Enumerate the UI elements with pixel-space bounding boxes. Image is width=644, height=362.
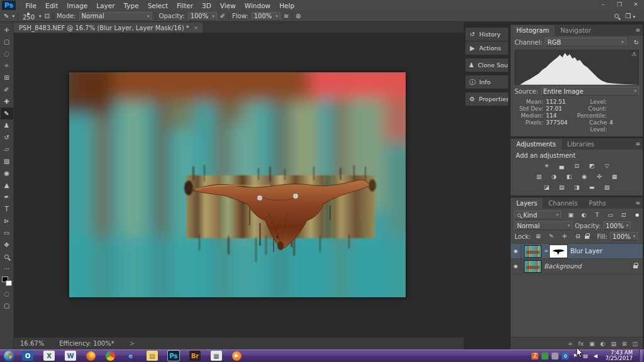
menu-select[interactable]: Select bbox=[143, 2, 172, 9]
tab-layers-layers[interactable]: Layers bbox=[511, 198, 543, 209]
marquee-tool[interactable]: ▢ bbox=[1, 36, 13, 48]
taskbar-outlook[interactable]: O bbox=[22, 351, 33, 361]
tab-hist-navigator[interactable]: Navigator bbox=[555, 25, 597, 36]
brush-picker-arrow-icon[interactable]: ▾ bbox=[39, 14, 42, 19]
workspace-switcher[interactable]: ❐ ▾ bbox=[625, 13, 635, 19]
speaker-icon[interactable]: ◀ bbox=[592, 353, 599, 359]
layers-opacity-select[interactable]: 100%▾ bbox=[603, 221, 631, 230]
menu-edit[interactable]: Edit bbox=[41, 2, 62, 9]
fill-select[interactable]: 100%▾ bbox=[610, 232, 638, 241]
panel-menu-icon[interactable]: ≡ bbox=[635, 200, 640, 206]
new-adjustment-layer-icon[interactable]: ◐ bbox=[601, 341, 606, 347]
pressure-opacity-icon[interactable]: ✐ bbox=[220, 13, 225, 19]
filter-smart-objects-icon[interactable]: ⊡ bbox=[619, 211, 628, 219]
taskbar-firefox[interactable] bbox=[86, 351, 96, 361]
flow-select[interactable]: 100%▾ bbox=[252, 12, 280, 21]
add-layer-mask-icon[interactable]: ▣ bbox=[589, 341, 595, 347]
adjustment-hue-saturation-icon[interactable]: ▥ bbox=[535, 172, 544, 180]
panel-menu-icon[interactable]: ≡ bbox=[635, 141, 640, 147]
history-brush-tool[interactable]: ↺ bbox=[1, 131, 13, 143]
background-color-swatch[interactable] bbox=[6, 280, 12, 286]
adjustment-curves-icon[interactable]: ⊡ bbox=[572, 162, 582, 170]
quick-selection-tool[interactable]: ✧ bbox=[1, 60, 13, 72]
close-button[interactable]: ✕ bbox=[628, 0, 644, 10]
brush-tool[interactable]: ✎ bbox=[1, 107, 13, 119]
collapsed-panel-history[interactable]: ↺History bbox=[465, 28, 508, 41]
menu-view[interactable]: View bbox=[216, 2, 240, 9]
collapsed-panel-clone-source[interactable]: ♟Clone Sour... bbox=[465, 58, 508, 72]
eyedropper-tool[interactable]: ✐ bbox=[1, 84, 13, 96]
document-tab[interactable]: PSH_8483.NEF @ 16.7% (Blur Layer, Layer … bbox=[14, 23, 204, 33]
eraser-tool[interactable]: ▱ bbox=[1, 143, 13, 155]
lock-transparent-icon[interactable]: ⊞ bbox=[533, 233, 543, 241]
tool-preset-arrow-icon[interactable]: ▾ bbox=[12, 14, 14, 19]
menu-file[interactable]: File bbox=[21, 2, 41, 9]
toggle-brush-panel-icon[interactable]: ⊡ bbox=[45, 13, 50, 19]
opacity-select[interactable]: 100%▾ bbox=[188, 12, 217, 21]
taskbar-media-player[interactable]: ▶ bbox=[232, 351, 242, 361]
healing-brush-tool[interactable]: ✚ bbox=[1, 96, 13, 107]
clone-stamp-tool[interactable]: ♟ bbox=[1, 119, 13, 131]
layer-row-blur-layer[interactable]: ◉∞Blur Layer bbox=[511, 244, 643, 259]
pressure-size-icon[interactable]: ⊛ bbox=[296, 13, 301, 19]
screen-mode[interactable]: ▢ bbox=[1, 300, 13, 312]
taskbar-word[interactable]: W bbox=[65, 351, 76, 361]
collapsed-panel-actions[interactable]: ▶Actions bbox=[465, 41, 508, 55]
lock-all-icon[interactable] bbox=[585, 236, 589, 239]
refresh-histogram-icon[interactable]: ↻ bbox=[634, 39, 639, 46]
tray-app-gray[interactable] bbox=[552, 353, 558, 359]
channel-select[interactable]: RGB▾ bbox=[545, 38, 626, 47]
tab-layers-channels[interactable]: Channels bbox=[543, 198, 583, 209]
new-layer-icon[interactable]: ⊞ bbox=[622, 341, 627, 347]
brush-preset-picker[interactable]: 250 bbox=[23, 13, 35, 19]
canvas-image[interactable] bbox=[69, 72, 406, 297]
tab-close-icon[interactable]: × bbox=[194, 25, 199, 31]
menu-image[interactable]: Image bbox=[62, 2, 92, 9]
blur-tool[interactable]: ◉ bbox=[1, 167, 13, 179]
menu-filter[interactable]: Filter bbox=[172, 2, 197, 9]
layer-thumbnail[interactable] bbox=[524, 245, 541, 258]
brush-tool-icon[interactable]: ✎ bbox=[4, 13, 9, 19]
blend-mode-select[interactable]: Normal▾ bbox=[514, 221, 572, 230]
minimize-button[interactable]: – bbox=[595, 0, 611, 10]
adjustment-exposure-icon[interactable]: ◩ bbox=[587, 162, 597, 170]
menu-type[interactable]: Type bbox=[119, 2, 143, 9]
adjustment-black-white-icon[interactable]: ◧ bbox=[565, 172, 574, 180]
taskbar-internet-explorer[interactable]: e bbox=[125, 351, 136, 361]
adjustment-brightness-contrast-icon[interactable]: ☀ bbox=[542, 162, 552, 170]
tab-adj-libraries[interactable]: Libraries bbox=[562, 139, 600, 150]
source-select[interactable]: Entire Image▾ bbox=[541, 87, 639, 96]
search-icon[interactable] bbox=[614, 14, 619, 18]
taskbar-file-explorer[interactable]: ▤ bbox=[147, 351, 158, 361]
adjustment-threshold-icon[interactable]: ◨ bbox=[572, 183, 582, 191]
airbrush-icon[interactable]: ≋ bbox=[284, 13, 289, 19]
collapsed-panel-properties[interactable]: ⚙Properties bbox=[465, 92, 508, 106]
filter-shape-layers-icon[interactable]: ▭ bbox=[606, 211, 615, 219]
lock-artboard-icon[interactable]: ⊟ bbox=[573, 233, 582, 241]
filter-toggle-icon[interactable]: ● bbox=[635, 212, 639, 217]
start-button[interactable] bbox=[4, 351, 14, 361]
adjustment-invert-icon[interactable]: ◪ bbox=[542, 183, 552, 191]
taskbar-bridge[interactable]: Br bbox=[189, 351, 201, 361]
show-desktop-button[interactable] bbox=[639, 349, 643, 362]
delete-layer-icon[interactable]: ◫ bbox=[632, 341, 638, 347]
lock-position-icon[interactable]: ✛ bbox=[560, 233, 569, 241]
taskbar-photoshop[interactable]: Ps bbox=[168, 351, 179, 361]
layer-thumbnail[interactable] bbox=[524, 260, 541, 273]
adjustment-levels-icon[interactable]: ▄ bbox=[557, 162, 567, 170]
adjustment-channel-mixer-icon[interactable]: ✣ bbox=[595, 172, 604, 180]
tab-hist-histogram[interactable]: Histogram bbox=[511, 25, 555, 36]
canvas-pasteboard[interactable] bbox=[14, 33, 464, 337]
layer-effects-icon[interactable]: fx bbox=[579, 341, 584, 347]
taskbar-excel[interactable]: X bbox=[43, 351, 55, 361]
quick-mask-mode[interactable]: ◌ bbox=[1, 288, 13, 300]
type-tool[interactable]: T bbox=[1, 203, 13, 215]
menu-help[interactable]: Help bbox=[275, 2, 299, 9]
tray-app-orange[interactable]: Z bbox=[531, 353, 538, 359]
panel-menu-icon[interactable]: ≡ bbox=[635, 27, 640, 33]
mode-select[interactable]: Normal▾ bbox=[79, 12, 152, 21]
layer-filter-select[interactable]: Kind ▾ bbox=[514, 211, 561, 219]
new-group-icon[interactable]: ▤ bbox=[611, 341, 616, 347]
adjustment-selective-color-icon[interactable]: ▨ bbox=[602, 183, 612, 191]
taskbar-chrome[interactable] bbox=[106, 351, 115, 361]
